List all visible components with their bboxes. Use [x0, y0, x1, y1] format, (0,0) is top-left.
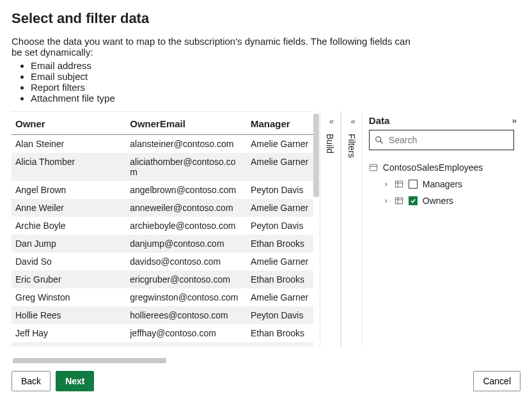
- cell: danjump@contoso.com: [126, 235, 247, 253]
- back-button[interactable]: Back: [12, 371, 51, 391]
- dynamic-fields-list: Email address Email subject Report filte…: [31, 60, 520, 104]
- cell: Jennifer Wilkins: [12, 342, 126, 347]
- cell: archieboyle@contoso.com: [126, 217, 247, 235]
- dataset-label: ContosoSalesEmployees: [383, 162, 483, 173]
- table-row[interactable]: David Sodavidso@contoso.comAmelie Garner: [12, 253, 313, 270]
- data-grid[interactable]: Owner OwnerEmail Manager Alan Steinerala…: [12, 111, 313, 347]
- svg-line-1: [380, 141, 383, 144]
- build-rail[interactable]: « Build: [320, 111, 341, 347]
- cell: Greg Winston: [12, 288, 126, 306]
- cell: davidso@contoso.com: [126, 253, 247, 270]
- next-button[interactable]: Next: [56, 371, 94, 391]
- cell: gregwinston@contoso.com: [126, 288, 247, 306]
- cell: Peyton Davis: [247, 181, 313, 199]
- search-input-wrap[interactable]: [369, 130, 514, 150]
- cell: jenniferwilkins@contoso.com: [126, 342, 247, 347]
- cell: Peyton Davis: [247, 306, 313, 324]
- list-item: Attachment file type: [31, 93, 520, 104]
- cell: Ethan Brooks: [247, 270, 313, 288]
- cell: Angel Brown: [12, 181, 126, 199]
- list-item: Email address: [31, 60, 520, 71]
- dataset-node[interactable]: ContosoSalesEmployees: [369, 159, 514, 176]
- cell: Dan Jump: [12, 235, 126, 253]
- table-row[interactable]: Greg Winstongregwinston@contoso.comAmeli…: [12, 288, 313, 306]
- expand-icon[interactable]: ›: [383, 180, 389, 189]
- cell: Archie Boyle: [12, 217, 126, 235]
- filters-rail[interactable]: « Filters: [341, 111, 363, 347]
- chevron-left-icon: «: [350, 116, 352, 126]
- table-label: Managers: [423, 179, 462, 189]
- data-panel: Data » ContosoSalesEmployees ›Managers›O…: [363, 111, 520, 347]
- cell: hollierees@contoso.com: [126, 306, 247, 324]
- column-header-owner[interactable]: Owner: [12, 112, 126, 135]
- cell: Amelie Garner: [247, 199, 313, 217]
- horizontal-scrollbar[interactable]: [13, 358, 166, 363]
- cell: jeffhay@contoso.com: [126, 324, 247, 342]
- cell: ericgruber@contoso.com: [126, 270, 247, 288]
- table-row[interactable]: Jeff Hayjeffhay@contoso.comEthan Brooks: [12, 324, 313, 342]
- cell: Amelie Garner: [247, 288, 313, 306]
- cell: aliciathomber@contoso.com: [126, 153, 247, 181]
- cell: anneweiler@contoso.com: [126, 199, 247, 217]
- table-row[interactable]: Alan Steineralansteiner@contoso.comAmeli…: [12, 135, 313, 153]
- list-item: Report filters: [31, 82, 520, 93]
- vertical-scrollbar[interactable]: [313, 111, 320, 347]
- cell: Ethan Brooks: [247, 235, 313, 253]
- table-row[interactable]: Eric Gruberericgruber@contoso.comEthan B…: [12, 270, 313, 288]
- chevron-left-icon: «: [329, 116, 331, 126]
- cell: Alan Steiner: [12, 135, 126, 153]
- intro-text: Choose the data you want to map to the s…: [12, 36, 421, 58]
- expand-icon[interactable]: ›: [383, 196, 389, 205]
- checkbox[interactable]: [409, 196, 418, 205]
- table-label: Owners: [423, 196, 453, 206]
- cell: Hollie Rees: [12, 306, 126, 324]
- table-row[interactable]: Hollie Reeshollierees@contoso.comPeyton …: [12, 306, 313, 324]
- cell: Peyton Davis: [247, 217, 313, 235]
- table-icon: [395, 196, 403, 205]
- checkbox[interactable]: [409, 180, 418, 189]
- cell: Amelie Garner: [247, 253, 313, 270]
- table-icon: [395, 180, 403, 189]
- table-node[interactable]: ›Managers: [369, 176, 514, 192]
- chevron-right-icon[interactable]: »: [512, 116, 514, 125]
- table-node[interactable]: ›Owners: [369, 192, 514, 209]
- page-title: Select and filter data: [12, 10, 520, 27]
- cell: angelbrown@contoso.com: [126, 181, 247, 199]
- svg-rect-7: [395, 198, 402, 204]
- cell: Ethan Brooks: [247, 324, 313, 342]
- dataset-icon: [369, 163, 378, 172]
- table-row[interactable]: Dan Jumpdanjump@contoso.comEthan Brooks: [12, 235, 313, 253]
- cell: Eric Gruber: [12, 270, 126, 288]
- table-row[interactable]: Alicia Thomberaliciathomber@contoso.comA…: [12, 153, 313, 181]
- column-header-owneremail[interactable]: OwnerEmail: [126, 112, 247, 135]
- cell: alansteiner@contoso.com: [126, 135, 247, 153]
- table-row[interactable]: Anne Weileranneweiler@contoso.comAmelie …: [12, 199, 313, 217]
- rail-label-filters: Filters: [347, 134, 357, 158]
- cell: Amelie Garner: [247, 135, 313, 153]
- cell: Amelie Garner: [247, 153, 313, 181]
- list-item: Email subject: [31, 71, 520, 82]
- svg-rect-2: [370, 164, 377, 171]
- cell: Jeff Hay: [12, 324, 126, 342]
- cell: David So: [12, 253, 126, 270]
- table-row[interactable]: Archie Boylearchieboyle@contoso.comPeyto…: [12, 217, 313, 235]
- cancel-button[interactable]: Cancel: [473, 371, 520, 391]
- cell: Anne Weiler: [12, 199, 126, 217]
- table-row[interactable]: Angel Brownangelbrown@contoso.comPeyton …: [12, 181, 313, 199]
- table-row[interactable]: Jennifer Wilkinsjenniferwilkins@contoso.…: [12, 342, 313, 347]
- cell: Peyton Davis: [247, 342, 313, 347]
- cell: Alicia Thomber: [12, 153, 126, 181]
- svg-point-0: [376, 137, 381, 142]
- rail-label-build: Build: [325, 134, 335, 153]
- svg-rect-4: [395, 181, 402, 187]
- search-input[interactable]: [387, 134, 508, 146]
- column-header-manager[interactable]: Manager: [247, 112, 313, 135]
- data-panel-title: Data: [369, 115, 390, 126]
- search-icon: [375, 136, 384, 145]
